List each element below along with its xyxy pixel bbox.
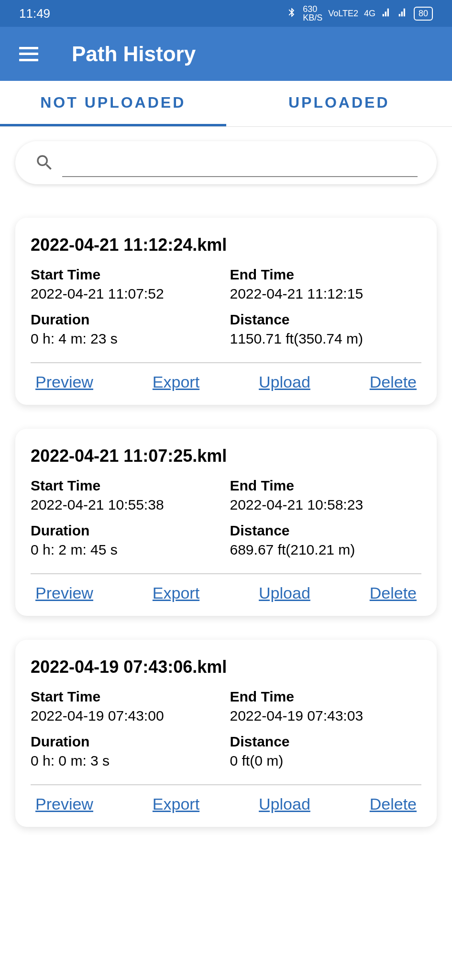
export-button[interactable]: Export bbox=[153, 795, 199, 813]
end-time-label: End Time bbox=[230, 478, 422, 494]
signal-icon-2 bbox=[397, 8, 408, 20]
start-time-value: 2022-04-21 11:07:52 bbox=[31, 286, 226, 302]
end-time-block: End Time 2022-04-19 07:43:03 bbox=[226, 689, 422, 724]
duration-block: Duration 0 h: 2 m: 45 s bbox=[31, 523, 226, 558]
card-divider bbox=[31, 362, 421, 363]
distance-label: Distance bbox=[230, 523, 422, 539]
start-time-value: 2022-04-19 07:43:00 bbox=[31, 708, 226, 724]
path-card: 2022-04-21 11:12:24.kml Start Time 2022-… bbox=[15, 218, 437, 405]
app-bar: Path History bbox=[0, 27, 452, 81]
card-filename: 2022-04-21 11:07:25.kml bbox=[31, 446, 421, 466]
distance-value: 1150.71 ft(350.74 m) bbox=[230, 331, 422, 347]
upload-button[interactable]: Upload bbox=[259, 373, 310, 391]
card-filename: 2022-04-21 11:12:24.kml bbox=[31, 235, 421, 255]
upload-button[interactable]: Upload bbox=[259, 795, 310, 813]
card-actions: Preview Export Upload Delete bbox=[31, 795, 421, 813]
end-time-label: End Time bbox=[230, 689, 422, 705]
cards-list: 2022-04-21 11:12:24.kml Start Time 2022-… bbox=[0, 218, 452, 827]
distance-label: Distance bbox=[230, 312, 422, 328]
status-bar: 11:49 630KB/S VoLTE2 4G 80 bbox=[0, 0, 452, 27]
volte-icon: VoLTE2 bbox=[328, 9, 358, 18]
network-speed: 630KB/S bbox=[303, 5, 322, 22]
start-time-value: 2022-04-21 10:55:38 bbox=[31, 497, 226, 513]
start-time-block: Start Time 2022-04-21 10:55:38 bbox=[31, 478, 226, 513]
end-time-block: End Time 2022-04-21 11:12:15 bbox=[226, 267, 422, 302]
upload-button[interactable]: Upload bbox=[259, 584, 310, 602]
status-time: 11:49 bbox=[19, 6, 50, 21]
end-time-value: 2022-04-21 10:58:23 bbox=[230, 497, 422, 513]
tab-uploaded[interactable]: UPLOADED bbox=[226, 81, 452, 126]
delete-button[interactable]: Delete bbox=[370, 584, 417, 602]
signal-icon bbox=[381, 8, 392, 20]
duration-label: Duration bbox=[31, 312, 226, 328]
menu-icon[interactable] bbox=[19, 47, 38, 61]
export-button[interactable]: Export bbox=[153, 373, 199, 391]
distance-value: 689.67 ft(210.21 m) bbox=[230, 542, 422, 558]
end-time-value: 2022-04-19 07:43:03 bbox=[230, 708, 422, 724]
search-box[interactable] bbox=[15, 141, 437, 184]
start-time-block: Start Time 2022-04-21 11:07:52 bbox=[31, 267, 226, 302]
duration-block: Duration 0 h: 4 m: 23 s bbox=[31, 312, 226, 347]
preview-button[interactable]: Preview bbox=[35, 795, 93, 813]
start-time-label: Start Time bbox=[31, 267, 226, 283]
page-title: Path History bbox=[72, 42, 196, 66]
start-time-block: Start Time 2022-04-19 07:43:00 bbox=[31, 689, 226, 724]
card-divider bbox=[31, 573, 421, 574]
end-time-block: End Time 2022-04-21 10:58:23 bbox=[226, 478, 422, 513]
card-info: Start Time 2022-04-21 10:55:38 End Time … bbox=[31, 478, 421, 568]
start-time-label: Start Time bbox=[31, 689, 226, 705]
export-button[interactable]: Export bbox=[153, 584, 199, 602]
tab-not-uploaded[interactable]: NOT UPLOADED bbox=[0, 81, 226, 126]
duration-value: 0 h: 4 m: 23 s bbox=[31, 331, 226, 347]
battery-icon: 80 bbox=[414, 7, 433, 21]
delete-button[interactable]: Delete bbox=[370, 373, 417, 391]
card-actions: Preview Export Upload Delete bbox=[31, 584, 421, 602]
preview-button[interactable]: Preview bbox=[35, 373, 93, 391]
status-right: 630KB/S VoLTE2 4G 80 bbox=[287, 5, 433, 22]
network-type: 4G bbox=[364, 9, 375, 18]
distance-block: Distance 689.67 ft(210.21 m) bbox=[226, 523, 422, 558]
card-actions: Preview Export Upload Delete bbox=[31, 373, 421, 391]
end-time-value: 2022-04-21 11:12:15 bbox=[230, 286, 422, 302]
path-card: 2022-04-19 07:43:06.kml Start Time 2022-… bbox=[15, 640, 437, 827]
distance-label: Distance bbox=[230, 734, 422, 750]
duration-value: 0 h: 0 m: 3 s bbox=[31, 753, 226, 769]
card-divider bbox=[31, 784, 421, 785]
card-info: Start Time 2022-04-21 11:07:52 End Time … bbox=[31, 267, 421, 356]
distance-block: Distance 0 ft(0 m) bbox=[226, 734, 422, 769]
tabs: NOT UPLOADED UPLOADED bbox=[0, 81, 452, 127]
duration-label: Duration bbox=[31, 523, 226, 539]
card-info: Start Time 2022-04-19 07:43:00 End Time … bbox=[31, 689, 421, 779]
bluetooth-icon bbox=[287, 6, 297, 21]
distance-block: Distance 1150.71 ft(350.74 m) bbox=[226, 312, 422, 347]
duration-value: 0 h: 2 m: 45 s bbox=[31, 542, 226, 558]
preview-button[interactable]: Preview bbox=[35, 584, 93, 602]
distance-value: 0 ft(0 m) bbox=[230, 753, 422, 769]
duration-block: Duration 0 h: 0 m: 3 s bbox=[31, 734, 226, 769]
delete-button[interactable]: Delete bbox=[370, 795, 417, 813]
duration-label: Duration bbox=[31, 734, 226, 750]
start-time-label: Start Time bbox=[31, 478, 226, 494]
card-filename: 2022-04-19 07:43:06.kml bbox=[31, 657, 421, 677]
search-container bbox=[0, 127, 452, 194]
end-time-label: End Time bbox=[230, 267, 422, 283]
path-card: 2022-04-21 11:07:25.kml Start Time 2022-… bbox=[15, 429, 437, 616]
search-icon bbox=[34, 153, 55, 173]
search-input[interactable] bbox=[62, 148, 418, 177]
